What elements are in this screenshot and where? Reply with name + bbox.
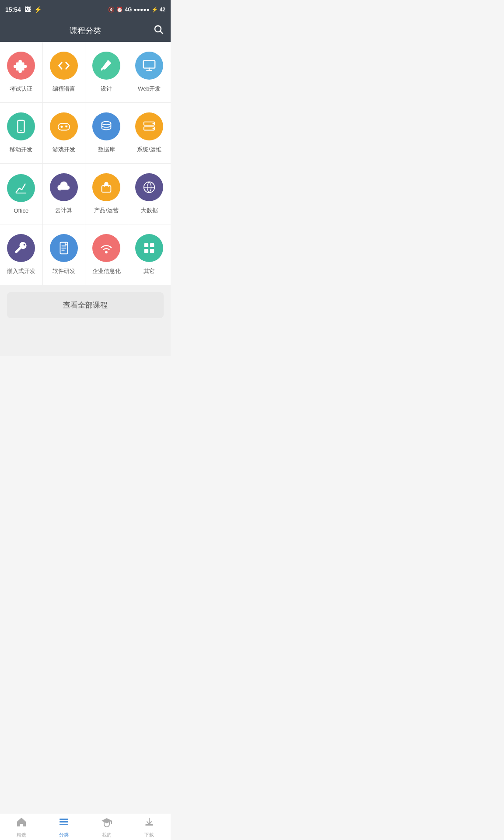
svg-line-1 xyxy=(161,32,163,34)
category-item-office[interactable]: Office xyxy=(0,164,43,224)
category-label-embedded: 嵌入式开发 xyxy=(7,267,35,275)
category-label-bigdata: 大数据 xyxy=(141,206,158,214)
category-label-sysops: 系统/运维 xyxy=(137,146,161,154)
category-label-game: 游戏开发 xyxy=(52,146,75,154)
status-bar: 15:54 🖼 ⚡ 🔇 ⏰ 4G ●●●●● ⚡ 42 xyxy=(0,0,171,19)
category-label-webdev: Web开发 xyxy=(138,85,161,93)
category-item-bigdata[interactable]: 大数据 xyxy=(128,164,171,224)
category-icon-exam xyxy=(7,52,35,80)
svg-rect-19 xyxy=(144,249,148,253)
app-header: 课程分类 xyxy=(0,19,171,42)
category-item-product[interactable]: 产品/运营 xyxy=(85,164,128,224)
category-icon-embedded xyxy=(7,234,35,262)
category-icon-cloud xyxy=(50,173,78,201)
view-all-button[interactable]: 查看全部课程 xyxy=(7,292,164,318)
category-label-software: 软件研发 xyxy=(52,267,75,275)
category-label-database: 数据库 xyxy=(98,146,115,154)
category-item-enterprise[interactable]: 企业信息化 xyxy=(85,224,128,285)
svg-point-11 xyxy=(153,128,154,130)
category-icon-design xyxy=(92,52,120,80)
category-label-programming: 编程语言 xyxy=(52,85,75,93)
status-right: 🔇 ⏰ 4G ●●●●● ⚡ 42 xyxy=(108,7,165,13)
category-item-webdev[interactable]: Web开发 xyxy=(128,42,171,103)
category-icon-mobile xyxy=(7,112,35,140)
svg-rect-12 xyxy=(102,186,111,192)
category-item-design[interactable]: 设计 xyxy=(85,42,128,103)
bolt-icon: ⚡ xyxy=(151,7,158,13)
alarm-icon: ⏰ xyxy=(116,7,123,13)
category-item-cloud[interactable]: 云计算 xyxy=(43,164,86,224)
svg-point-10 xyxy=(153,123,154,125)
battery-label: 42 xyxy=(160,7,165,13)
category-label-office: Office xyxy=(14,207,28,214)
category-item-database[interactable]: 数据库 xyxy=(85,103,128,164)
network-label: 4G xyxy=(125,7,132,13)
category-icon-bigdata xyxy=(135,173,163,201)
category-icon-product xyxy=(92,173,120,201)
category-item-software[interactable]: 软件研发 xyxy=(43,224,86,285)
category-icon-other xyxy=(135,234,163,262)
category-item-sysops[interactable]: 系统/运维 xyxy=(128,103,171,164)
signal-dots: ●●●●● xyxy=(133,7,149,13)
svg-point-7 xyxy=(102,122,111,125)
category-grid: 考试认证 编程语言 设计 Web开发 移动开发 游戏开发 数据库 xyxy=(0,42,171,285)
svg-rect-5 xyxy=(58,123,70,130)
search-icon[interactable] xyxy=(153,24,164,37)
mute-icon: 🔇 xyxy=(108,7,115,13)
usb-icon: ⚡ xyxy=(34,6,42,13)
category-item-mobile[interactable]: 移动开发 xyxy=(0,103,43,164)
category-icon-webdev xyxy=(135,52,163,80)
category-icon-programming xyxy=(50,52,78,80)
svg-point-14 xyxy=(24,244,25,246)
category-label-other: 其它 xyxy=(144,267,155,275)
svg-point-16 xyxy=(105,251,108,254)
category-label-cloud: 云计算 xyxy=(55,206,72,214)
svg-rect-17 xyxy=(144,243,148,247)
category-item-exam[interactable]: 考试认证 xyxy=(0,42,43,103)
view-all-container: 查看全部课程 xyxy=(0,285,171,325)
svg-rect-18 xyxy=(150,243,154,247)
time: 15:54 xyxy=(5,6,21,13)
category-label-design: 设计 xyxy=(101,85,112,93)
svg-rect-20 xyxy=(150,249,154,253)
svg-rect-2 xyxy=(144,61,155,68)
page-title: 课程分类 xyxy=(70,25,101,36)
category-icon-enterprise xyxy=(92,234,120,262)
svg-point-4 xyxy=(21,130,22,131)
category-label-product: 产品/运营 xyxy=(94,206,119,214)
category-item-embedded[interactable]: 嵌入式开发 xyxy=(0,224,43,285)
category-icon-sysops xyxy=(135,112,163,140)
category-label-enterprise: 企业信息化 xyxy=(92,267,121,275)
image-icon: 🖼 xyxy=(24,6,31,13)
category-label-exam: 考试认证 xyxy=(10,85,32,93)
category-item-programming[interactable]: 编程语言 xyxy=(43,42,86,103)
category-item-other[interactable]: 其它 xyxy=(128,224,171,285)
category-item-game[interactable]: 游戏开发 xyxy=(43,103,86,164)
status-left: 15:54 🖼 ⚡ xyxy=(5,6,42,13)
category-icon-office xyxy=(7,174,35,202)
category-icon-software xyxy=(50,234,78,262)
category-icon-game xyxy=(50,112,78,140)
svg-point-6 xyxy=(66,126,67,127)
category-icon-database xyxy=(92,112,120,140)
category-label-mobile: 移动开发 xyxy=(10,146,32,154)
